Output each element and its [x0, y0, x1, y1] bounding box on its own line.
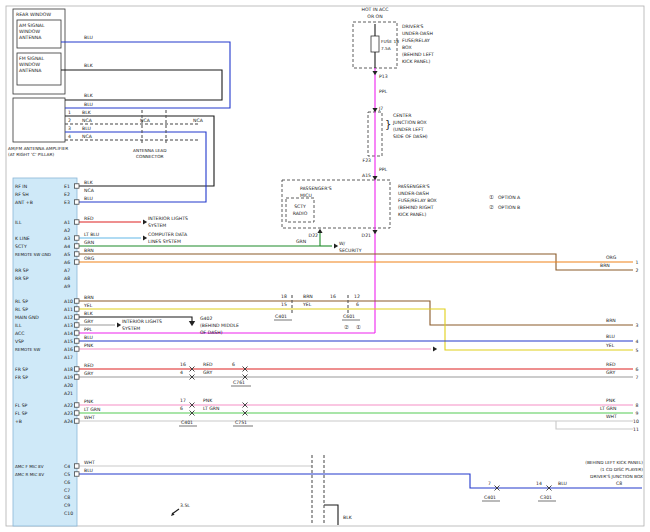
label-computer-data: COMPUTER DATA [148, 232, 188, 237]
label-system: SYSTEM [148, 223, 166, 228]
pin-square-2 [75, 220, 79, 224]
label-nca: NCA [82, 134, 93, 139]
label-vsp: VSP [15, 339, 24, 344]
pin-square-4 [75, 244, 79, 248]
label-c301: C301 [540, 495, 552, 500]
label-rr-sp: RR SP [15, 276, 29, 281]
diagram-svg: REAR WINDOWAM SIGNALWINDOWANTENNAFM SIGN… [0, 0, 650, 532]
label-c4: C4 [64, 464, 70, 469]
label-1: 1 [636, 260, 639, 265]
label-fr-sp: FR SP [15, 375, 28, 380]
pin-square-8 [75, 307, 79, 311]
label-or-on: OR ON [367, 14, 382, 19]
label-lt-blu: LT BLU [84, 232, 99, 237]
label-lines-system: LINES SYSTEM [148, 239, 181, 244]
label-interior-lights: INTERIOR LIGHTS [122, 319, 162, 324]
label-blu: BLU [606, 334, 615, 339]
label-kick-panel: KICK PANEL) [398, 212, 427, 217]
label-system: SYSTEM [122, 326, 140, 331]
label-at-right-c-pillar: (AT RIGHT 'C' PILLAR) [8, 152, 54, 157]
label-f23: F23 [363, 158, 372, 163]
pin-square-12 [75, 339, 79, 343]
label-1: 1 [68, 110, 71, 115]
label-j7: J7 [378, 106, 383, 111]
label-wht: WHT [84, 415, 95, 420]
label-red: RED [606, 362, 616, 367]
label-14: 14 [536, 481, 542, 486]
label-a12: A12 [64, 315, 73, 320]
label-micu: MICU [300, 193, 312, 198]
label-driver-s-junction-box: DRIVER'S JUNCTION BOX [590, 474, 643, 479]
label-a10: A10 [64, 299, 73, 304]
label-17: 17 [180, 398, 186, 403]
label-a15: A15 [362, 173, 371, 178]
label-a14: A14 [64, 331, 73, 336]
label-fr-sp: FR SP [15, 367, 28, 372]
label-2: 2 [636, 268, 639, 273]
label-a9: A9 [64, 284, 70, 289]
label-rf-sh: RF SH [15, 192, 29, 197]
label-blk: BLK [84, 180, 94, 185]
label-kick-panel: KICK PANEL) [402, 59, 431, 64]
label-a18: A18 [64, 367, 73, 372]
label-pnk: PNK [203, 398, 213, 403]
label-c5: C5 [64, 472, 70, 477]
label-c751: C751 [235, 420, 247, 425]
label-passenger-s: PASSENGER'S [398, 184, 430, 189]
label-grn: GRN [84, 240, 94, 245]
arrow-right-icon-2 [334, 243, 338, 248]
label-radio: RADIO [293, 211, 308, 216]
label-p13: P13 [379, 74, 388, 79]
label-security: SECURITY [339, 248, 362, 253]
page-border [6, 6, 644, 526]
label-nca: NCA [82, 118, 93, 123]
label-c401: C401 [181, 420, 193, 425]
pin-square-7 [75, 299, 79, 303]
label-lt-grn: LT GRN [600, 406, 616, 411]
arrow-down-icon-8 [372, 230, 377, 234]
label-behind-left: (BEHIND LEFT [402, 52, 434, 57]
pin-square-15 [75, 375, 79, 379]
label-fuse-relay-box: FUSE/RELAY BOX [398, 198, 437, 203]
wire-am-blu [61, 42, 230, 108]
label-nca: NCA [140, 118, 151, 123]
label-rear-window: REAR WINDOW [16, 12, 51, 17]
label-16: 16 [330, 294, 336, 299]
label-a2: A2 [64, 228, 70, 233]
wire-a11-yel [77, 309, 633, 350]
label-7: 7 [636, 375, 639, 380]
label-3: 3 [68, 126, 71, 131]
label-passenger-s: PASSENGER'S [300, 186, 332, 191]
label-a1: A1 [64, 220, 70, 225]
label-window: WINDOW [19, 29, 40, 34]
label-blu: BLU [84, 335, 93, 340]
label-interior-lights: INTERIOR LIGHTS [148, 216, 188, 221]
label-yel: YEL [83, 303, 93, 308]
label-6: 6 [356, 302, 359, 307]
label-a16: A16 [64, 347, 73, 352]
label-scty: SCTY [15, 244, 27, 249]
label-c401: C401 [484, 495, 496, 500]
label-red: RED [84, 363, 94, 368]
label-antenna: ANTENNA [19, 68, 42, 73]
label-hot-in-acc: HOT IN ACC [361, 7, 388, 12]
pin-square-3 [75, 236, 79, 240]
label-antenna-lead: ANTENNA LEAD [133, 148, 167, 153]
label-fuse-relay: FUSE/RELAY [402, 38, 430, 43]
label-5: 5 [636, 348, 639, 353]
label-4: 4 [636, 339, 639, 344]
label-blu: BLU [84, 35, 93, 40]
label-main-gnd: MAIN GND [15, 315, 39, 320]
label-remote-sw-gnd: REMOTE SW GND [15, 252, 51, 257]
rear-window-box [13, 9, 65, 94]
label-gry: GRY [84, 319, 93, 324]
pin-square-19 [75, 464, 79, 468]
label-6: 6 [636, 367, 639, 372]
label-: } [385, 119, 391, 130]
pin-square-20 [75, 472, 79, 476]
pin-square-10 [75, 323, 79, 327]
label-fm-signal: FM SIGNAL [19, 56, 44, 61]
label-ppl: PPL [379, 167, 388, 172]
label-under-dash: UNDER-DASH [398, 191, 429, 196]
label-c401: C401 [275, 314, 287, 319]
